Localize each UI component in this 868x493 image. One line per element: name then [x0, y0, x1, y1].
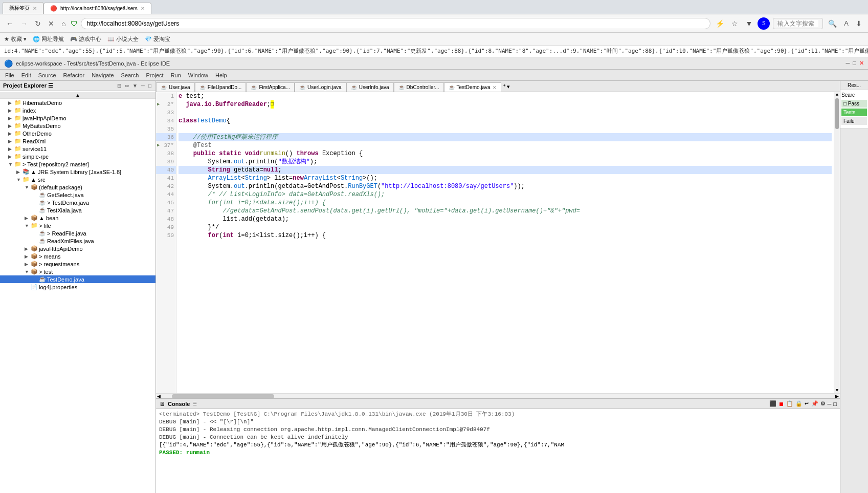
menu-button[interactable]: ▼	[743, 18, 754, 29]
editor-hscroll[interactable]: ◀ ▶	[156, 393, 840, 398]
console-options-icon[interactable]: ⚙	[820, 400, 826, 407]
tree-item-means[interactable]: ▶ 📦 > means	[0, 252, 155, 260]
browser-search-input[interactable]	[777, 20, 818, 27]
tree-item-testdemo-selected[interactable]: ☕ TestDemo.java	[0, 275, 155, 283]
tab-overflow[interactable]: ⁴ ▾	[501, 82, 512, 92]
close-icon-1[interactable]: ✕	[33, 6, 37, 11]
menu-navigate[interactable]: Navigate	[88, 71, 117, 79]
star-button[interactable]: ☆	[729, 18, 740, 29]
bookmark-games[interactable]: 🎮 游戏中心	[70, 35, 101, 43]
tree-item-readxmlfiles[interactable]: ☕ ReadXmlFiles.java	[0, 237, 155, 245]
download-button[interactable]: ⬇	[854, 18, 864, 29]
menu-refactor[interactable]: Refactor	[60, 71, 88, 79]
maximize-panel-icon[interactable]: □	[147, 82, 152, 89]
menu-file[interactable]: File	[2, 71, 17, 79]
home-button[interactable]: ⌂	[59, 18, 68, 29]
menu-edit[interactable]: Edit	[18, 71, 34, 79]
tab-dbcontroller[interactable]: ☕ DbController...	[394, 82, 444, 92]
console-clear-icon[interactable]: ⬛	[769, 400, 776, 407]
tree-item-testdemo-default[interactable]: ☕ > TestDemo.java	[0, 199, 155, 206]
vscroll-up[interactable]: ▲	[834, 92, 840, 97]
console-scroll-lock-icon[interactable]: 🔒	[795, 400, 803, 407]
tree-item-mybaites[interactable]: ▶ 📁 MyBaitesDemo	[0, 122, 155, 130]
search-box-browser[interactable]	[773, 18, 823, 29]
console-pin-icon[interactable]: 📌	[811, 400, 818, 407]
right-search-pass[interactable]: □ Pass	[841, 100, 867, 108]
maximize-button[interactable]: □	[853, 60, 856, 67]
vscroll-down[interactable]: ▼	[834, 388, 840, 393]
minimize-panel-icon[interactable]: ─	[140, 82, 146, 89]
tab-user-java[interactable]: ☕ User.java	[156, 82, 195, 92]
tree-item-src[interactable]: ▼ 📁 ▲ src	[0, 176, 155, 183]
console-title[interactable]: Console	[168, 401, 190, 407]
tree-item-jre[interactable]: ▶ 📚 ▲ JRE System Library [JavaSE-1.8]	[0, 168, 155, 176]
testdemo-close[interactable]: ✕	[493, 85, 497, 90]
link-with-editor-icon[interactable]: ⇔	[124, 82, 130, 89]
back-button[interactable]: ←	[4, 18, 15, 29]
tree-item-default-pkg[interactable]: ▼ 📦 (default package)	[0, 183, 155, 191]
menu-help[interactable]: Help	[212, 71, 230, 79]
tree-item-testxiala[interactable]: ☕ TestXiala.java	[0, 206, 155, 214]
menu-search[interactable]: Search	[118, 71, 142, 79]
bookmark-novels[interactable]: 📖 小说大全	[107, 35, 139, 43]
menu-source[interactable]: Source	[35, 71, 59, 79]
close-button[interactable]: ✕	[859, 60, 864, 67]
code-content-area[interactable]: e test; java.io.BufferedReader;□ class T…	[176, 92, 834, 393]
tree-item-requestmeans[interactable]: ▶ 📦 > requestmeans	[0, 260, 155, 268]
tree-scroll-up[interactable]: ▲	[0, 92, 155, 99]
tree-item-index[interactable]: ▶ 📁 index	[0, 106, 155, 114]
console-line-debug2: DEBUG [main] - Releasing connection org.…	[159, 426, 837, 434]
console-word-wrap-icon[interactable]: ↵	[805, 400, 809, 407]
right-search-tests[interactable]: Tests	[841, 109, 867, 116]
console-max-icon[interactable]: □	[833, 401, 837, 407]
panel-menu-icon[interactable]: ▼	[131, 82, 139, 89]
bookmark-taobao[interactable]: 💎 爱淘宝	[145, 35, 170, 43]
tab-userinfo[interactable]: ☕ UserInfo.java	[346, 82, 394, 92]
editor-vscroll[interactable]: ▲ ▼	[834, 92, 840, 393]
tree-item-readxml[interactable]: ▶ 📁 ReadXml	[0, 137, 155, 145]
console-copy-icon[interactable]: 📋	[786, 400, 793, 407]
tree-item-test-pkg[interactable]: ▼ 📦 > test	[0, 268, 155, 275]
tree-item-getselect[interactable]: ☕ GetSelect.java	[0, 191, 155, 199]
tab-fileupand[interactable]: ☕ FileUpandDo...	[195, 82, 247, 92]
tree-item-simplerpc[interactable]: ▶ 📁 simple-rpc	[0, 153, 155, 160]
tree-item-hibernate[interactable]: ▶ 📁 HibernateDemo	[0, 99, 155, 106]
bookmark-nav[interactable]: 🌐 网址导航	[33, 35, 64, 43]
collapse-all-icon[interactable]: ⊟	[116, 82, 122, 89]
tree-item-java-http[interactable]: ▶ 📁 javaHttpApiDemo	[0, 114, 155, 122]
bookmark-favorites[interactable]: ★ 收藏 ▾	[4, 35, 27, 43]
tab-userlogin[interactable]: ☕ UserLogin.java	[295, 82, 346, 92]
tree-item-javahttpapi[interactable]: ▶ 📦 javaHttpApiDemo	[0, 245, 155, 252]
tab-firstapplica[interactable]: ☕ FirstApplica...	[246, 82, 295, 92]
lightning-button[interactable]: ⚡	[714, 18, 726, 29]
tree-item-other[interactable]: ▶ 📁 OtherDemo	[0, 130, 155, 137]
tree-item-readfile[interactable]: ☕ > ReadFile.java	[0, 229, 155, 237]
stop-button[interactable]: ✕	[46, 18, 56, 29]
url-input[interactable]	[86, 20, 705, 27]
menu-project[interactable]: Project	[143, 71, 166, 79]
translate-button[interactable]: A	[842, 18, 851, 28]
hscroll-thumb[interactable]	[172, 394, 274, 398]
hscroll-left[interactable]: ◀	[156, 394, 162, 399]
browser-search-button[interactable]: 🔍	[826, 18, 839, 29]
console-stop-icon[interactable]: ⏹	[778, 401, 784, 407]
menu-run[interactable]: Run	[168, 71, 184, 79]
browser-tab-1[interactable]: 新标签页 ✕	[3, 2, 43, 14]
tab-testdemo[interactable]: ☕ TestDemo.java ✕	[444, 82, 501, 92]
vscroll-thumb[interactable]	[835, 98, 839, 129]
close-icon-2[interactable]: ✕	[141, 6, 145, 11]
forward-button[interactable]: →	[18, 18, 30, 29]
minimize-button[interactable]: ─	[846, 60, 850, 67]
menu-window[interactable]: Window	[185, 71, 211, 79]
tree-item-file[interactable]: ▼ 📁 > file	[0, 222, 155, 229]
tree-item-service11[interactable]: ▶ 📁 service11	[0, 145, 155, 153]
refresh-button[interactable]: ↻	[33, 18, 43, 29]
tree-item-log4j[interactable]: 📄 log4j.properties	[0, 283, 155, 291]
tree-item-bean[interactable]: ▶ 📦 ▲ bean	[0, 214, 155, 222]
address-bar[interactable]	[81, 18, 710, 29]
tree-item-test[interactable]: ▼ 📁 > Test [repository2 master]	[0, 160, 155, 168]
right-search-failu[interactable]: Failu	[841, 117, 867, 125]
console-min-icon[interactable]: ─	[828, 401, 832, 407]
browser-tab-2[interactable]: 🔴 http://localhost:8080/say/getUsers ✕	[43, 3, 151, 14]
hscroll-right[interactable]: ▶	[834, 394, 840, 399]
